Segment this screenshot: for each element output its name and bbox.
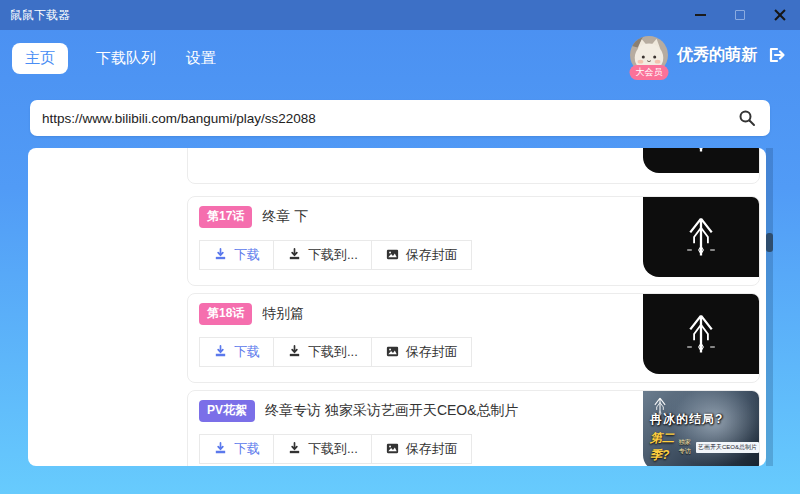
episode-badge: 第18话	[199, 303, 252, 325]
search-icon[interactable]	[736, 107, 758, 129]
lingcage-logo-icon	[678, 311, 724, 357]
save-cover-label: 保存封面	[406, 343, 458, 361]
episode-card: 第17话 终章 下 下载 下载到... 保存封面	[187, 196, 760, 286]
action-button-group: 下载 下载到... 保存封面	[199, 240, 472, 270]
download-label: 下载	[234, 246, 260, 264]
episode-card: 下载 下载到... 保存封面	[187, 148, 760, 184]
user-area: 大会员 优秀的萌新	[630, 36, 786, 74]
save-cover-button[interactable]: 保存封面	[372, 435, 471, 463]
nav-tabs: 主页 下载队列 设置	[12, 43, 218, 74]
avatar-wrap: 大会员	[630, 36, 668, 74]
download-button[interactable]: 下载	[200, 435, 274, 463]
minimize-button[interactable]	[680, 0, 720, 30]
episode-card: 第18话 特别篇 下载 下载到... 保存封面	[187, 293, 760, 383]
window-title: 鼠鼠下载器	[0, 7, 70, 24]
download-to-label: 下载到...	[308, 246, 358, 264]
download-icon	[213, 441, 228, 456]
app-window: 鼠鼠下载器 主页 下载队列 设置	[0, 0, 800, 494]
episode-badge: 第17话	[199, 206, 252, 228]
image-icon	[385, 247, 400, 262]
episode-thumbnail	[643, 197, 759, 277]
window-controls	[680, 0, 800, 30]
promo-text: 冉冰的结局? 第二季? 独家专访 艺画开天CEO&总制片	[650, 411, 759, 464]
save-cover-label: 保存封面	[406, 440, 458, 458]
download-icon	[213, 247, 228, 262]
episode-badge: PV花絮	[199, 400, 255, 422]
promo-headline: 冉冰的结局?	[650, 411, 759, 428]
download-to-button[interactable]: 下载到...	[274, 241, 372, 269]
minimize-icon	[695, 14, 706, 16]
save-cover-label: 保存封面	[406, 246, 458, 264]
action-button-group: 下载 下载到... 保存封面	[199, 337, 472, 367]
episode-card: PV花絮 终章专访 独家采访艺画开天CEO&总制片 下载 下载到... 保存封面	[187, 390, 760, 466]
save-cover-button[interactable]: 保存封面	[372, 241, 471, 269]
download-label: 下载	[234, 440, 260, 458]
action-button-group: 下载 下载到... 保存封面	[199, 434, 472, 464]
titlebar: 鼠鼠下载器	[0, 0, 800, 30]
episode-thumbnail-promo: 冉冰的结局? 第二季? 独家专访 艺画开天CEO&总制片	[643, 391, 759, 466]
download-icon	[213, 344, 228, 359]
lingcage-logo-icon	[678, 214, 724, 260]
promo-season-label: 第二季?	[650, 430, 676, 464]
download-to-button[interactable]: 下载到...	[274, 435, 372, 463]
promo-caption-label: 艺画开天CEO&总制片	[696, 442, 759, 453]
close-icon	[774, 9, 786, 21]
episode-title: 特别篇	[262, 305, 304, 323]
download-icon	[287, 441, 302, 456]
download-to-label: 下载到...	[308, 440, 358, 458]
tab-home[interactable]: 主页	[12, 43, 68, 74]
download-to-button[interactable]: 下载到...	[274, 338, 372, 366]
logout-icon[interactable]	[766, 45, 786, 65]
episode-title: 终章专访 独家采访艺画开天CEO&总制片	[265, 402, 519, 420]
download-button[interactable]: 下载	[200, 338, 274, 366]
promo-subline: 第二季? 独家专访 艺画开天CEO&总制片	[650, 430, 759, 464]
username-label: 优秀的萌新	[677, 45, 757, 66]
download-icon	[287, 344, 302, 359]
download-button[interactable]: 下载	[200, 241, 274, 269]
save-cover-button[interactable]: 保存封面	[372, 338, 471, 366]
episode-list-panel: 下载 下载到... 保存封面 第17话 终章 下	[28, 148, 766, 466]
download-icon	[287, 247, 302, 262]
close-button[interactable]	[760, 0, 800, 30]
episode-thumbnail	[643, 294, 759, 374]
download-label: 下载	[234, 343, 260, 361]
download-to-label: 下载到...	[308, 343, 358, 361]
tab-download-queue[interactable]: 下载队列	[94, 43, 158, 74]
episode-thumbnail	[643, 148, 759, 173]
lingcage-logo-icon	[678, 148, 724, 156]
vip-badge: 大会员	[630, 65, 669, 80]
image-icon	[385, 441, 400, 456]
episode-title: 终章 下	[262, 208, 308, 226]
promo-tag-label: 独家专访	[679, 438, 693, 456]
url-bar	[30, 100, 770, 136]
url-input[interactable]	[42, 111, 736, 126]
scrollbar-track[interactable]	[766, 148, 773, 466]
maximize-button[interactable]	[720, 0, 760, 30]
image-icon	[385, 344, 400, 359]
scrollbar-thumb[interactable]	[766, 233, 773, 252]
tab-settings[interactable]: 设置	[184, 43, 218, 74]
maximize-icon	[735, 10, 745, 20]
